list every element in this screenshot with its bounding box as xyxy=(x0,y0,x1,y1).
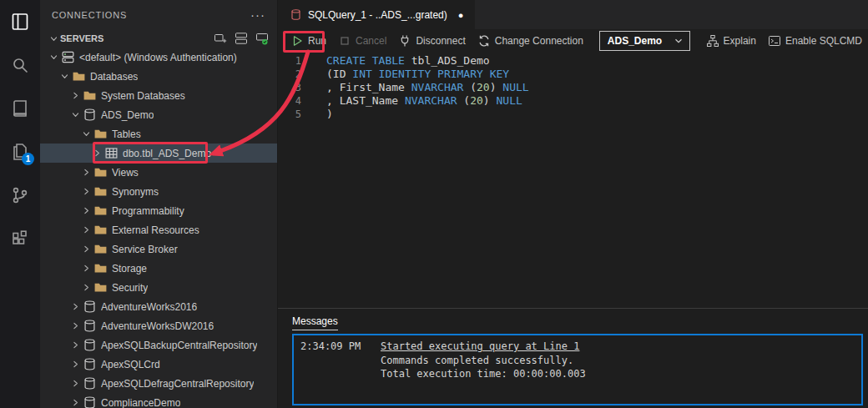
cancel-label: Cancel xyxy=(356,35,386,47)
new-server-group-icon[interactable] xyxy=(235,32,248,45)
enable-sqlcmd-button[interactable]: Enable SQLCMD xyxy=(762,29,868,52)
message-row: Total execution time: 00:00:00.003 xyxy=(300,367,855,381)
tree-item-apexsqlcrd[interactable]: ApexSQLCrd xyxy=(40,355,277,374)
folder-icon xyxy=(93,165,108,179)
chevron-down-icon[interactable] xyxy=(79,124,93,144)
explain-label: Explain xyxy=(724,35,756,47)
chevron-right-icon[interactable] xyxy=(79,182,93,201)
chevron-right-icon[interactable] xyxy=(68,316,82,335)
sql-file-icon xyxy=(290,8,302,21)
server-icon xyxy=(61,50,75,64)
activity-badge: 1 xyxy=(22,153,34,165)
tree-item-service-broker[interactable]: Service Broker xyxy=(40,239,277,259)
chevron-right-icon[interactable] xyxy=(79,220,93,239)
tree-item-system-databases[interactable]: System Databases xyxy=(40,86,277,105)
code-line: 2(ID INT IDENTITY PRIMARY KEY xyxy=(278,68,868,81)
tree-item-storage[interactable]: Storage xyxy=(40,259,277,278)
line-number: 2 xyxy=(278,68,301,81)
explain-button[interactable]: Explain xyxy=(700,29,762,52)
tree-item-label: Tables xyxy=(112,128,141,140)
chevron-right-icon[interactable] xyxy=(79,278,93,297)
tree-item-label: ApexSQLDefragCentralRepository xyxy=(101,378,254,390)
enable-sqlcmd-label: Enable SQLCMD xyxy=(785,35,862,47)
disconnect-label: Disconnect xyxy=(416,35,465,47)
cancel-button: Cancel xyxy=(332,29,392,52)
tree-item-databases[interactable]: Databases xyxy=(40,67,277,86)
tree-item-ads-demo[interactable]: ADS_Demo xyxy=(40,105,277,124)
tree-item-views[interactable]: Views xyxy=(40,163,277,182)
servers-tree: <default> (Windows Authentication)Databa… xyxy=(40,48,277,408)
run-button[interactable]: Run xyxy=(285,29,332,52)
chevron-down-icon[interactable] xyxy=(58,67,71,86)
code-text: CREATE TABLE tbl_ADS_Demo xyxy=(326,54,490,68)
code-text: ) xyxy=(326,108,333,121)
dirty-indicator[interactable]: ● xyxy=(458,10,464,20)
new-connection-icon[interactable] xyxy=(214,32,227,45)
activity-search-button[interactable] xyxy=(0,48,40,82)
chevron-right-icon[interactable] xyxy=(79,201,93,220)
line-number: 3 xyxy=(278,81,301,94)
chevron-right-icon[interactable] xyxy=(68,355,82,374)
chevron-right-icon[interactable] xyxy=(79,163,93,182)
sidebar: CONNECTIONS ··· SERVERS <default> (Windo… xyxy=(40,0,278,408)
panel-header: Messages xyxy=(278,309,868,332)
activity-connections-button[interactable] xyxy=(0,5,40,38)
tree-item-apexsqlbackupcentralrepository[interactable]: ApexSQLBackupCentralRepository xyxy=(40,335,277,355)
tree-item-label: Security xyxy=(112,282,148,294)
tree-item-default-windows-authentication[interactable]: <default> (Windows Authentication) xyxy=(40,48,277,67)
activity-extensions-button[interactable] xyxy=(0,222,40,255)
servers-section-actions xyxy=(214,32,269,45)
editor-toolbar: Run Cancel Disconnect Change Connection … xyxy=(278,29,868,52)
chevron-down-icon xyxy=(47,29,60,48)
chevron-right-icon[interactable] xyxy=(90,144,103,163)
database-icon xyxy=(83,108,97,122)
messages-tab[interactable]: Messages xyxy=(292,315,338,330)
database-dropdown[interactable]: ADS_Demo xyxy=(599,31,690,51)
tree-item-label: System Databases xyxy=(101,90,185,102)
chevron-right-icon[interactable] xyxy=(68,335,82,355)
chevron-down-icon[interactable] xyxy=(47,48,60,67)
tree-item-dbo-tbl-ads-demo[interactable]: dbo.tbl_ADS_Demo xyxy=(40,144,277,163)
activity-source-control-button[interactable] xyxy=(0,179,40,212)
tree-item-synonyms[interactable]: Synonyms xyxy=(40,182,277,201)
chevron-right-icon[interactable] xyxy=(79,239,93,259)
database-icon xyxy=(83,357,97,371)
servers-section-label: SERVERS xyxy=(60,33,103,43)
disconnect-button[interactable]: Disconnect xyxy=(392,29,471,52)
chevron-right-icon[interactable] xyxy=(68,393,82,408)
chevron-right-icon[interactable] xyxy=(68,374,82,393)
folder-icon xyxy=(93,184,108,199)
change-connection-button[interactable]: Change Connection xyxy=(472,29,589,52)
more-actions-icon[interactable]: ··· xyxy=(250,11,265,19)
tab-bar: SQLQuery_1 - ..ADS_...grated) ● xyxy=(278,0,868,29)
tree-item-apexsqldefragcentralrepository[interactable]: ApexSQLDefragCentralRepository xyxy=(40,374,277,393)
code-line: 1CREATE TABLE tbl_ADS_Demo xyxy=(278,54,868,68)
tree-item-tables[interactable]: Tables xyxy=(40,124,277,144)
messages-output[interactable]: 2:34:09 PMStarted executing query at Lin… xyxy=(292,334,863,405)
run-label: Run xyxy=(308,35,326,47)
chevron-right-icon[interactable] xyxy=(68,86,82,105)
tree-item-compliancedemo[interactable]: ComplianceDemo xyxy=(40,393,277,408)
code-text: (ID INT IDENTITY PRIMARY KEY xyxy=(326,68,509,81)
activity-notebooks-button[interactable] xyxy=(0,92,40,125)
active-connections-icon[interactable] xyxy=(255,32,269,45)
servers-section-header[interactable]: SERVERS xyxy=(40,29,277,48)
tree-item-external-resources[interactable]: External Resources xyxy=(40,220,277,239)
activity-explorer-button[interactable]: 1 xyxy=(0,135,40,169)
tree-item-label: ComplianceDemo xyxy=(101,397,180,408)
chevron-right-icon[interactable] xyxy=(79,259,93,278)
source-control-icon xyxy=(10,185,30,205)
chevron-right-icon[interactable] xyxy=(68,297,82,316)
message-link[interactable]: Started executing query at Line 1 xyxy=(381,340,579,354)
enable-sqlcmd-icon xyxy=(768,34,781,48)
tree-item-programmability[interactable]: Programmability xyxy=(40,201,277,220)
code-editor[interactable]: 1CREATE TABLE tbl_ADS_Demo2(ID INT IDENT… xyxy=(278,52,868,308)
code-line: 4, LAST_Name NVARCHAR (20) NULL xyxy=(278,94,868,108)
tree-item-label: ApexSQLCrd xyxy=(101,359,160,370)
tree-item-security[interactable]: Security xyxy=(40,278,277,297)
message-row: Commands completed successfully. xyxy=(300,354,855,368)
editor-tab[interactable]: SQLQuery_1 - ..ADS_...grated) ● xyxy=(278,0,475,29)
chevron-down-icon[interactable] xyxy=(68,105,82,124)
tree-item-adventureworksdw2016[interactable]: AdventureWorksDW2016 xyxy=(40,316,277,335)
tree-item-adventureworks2016[interactable]: AdventureWorks2016 xyxy=(40,297,277,316)
